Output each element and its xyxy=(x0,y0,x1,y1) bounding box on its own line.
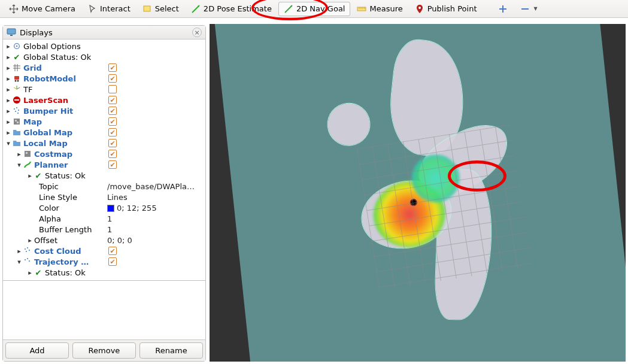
close-icon[interactable]: × xyxy=(192,28,202,37)
occupancy-map xyxy=(214,24,626,362)
checkbox[interactable] xyxy=(108,63,117,72)
chevron-down-icon: ▼ xyxy=(533,6,537,11)
arrow-green-icon xyxy=(284,4,293,14)
svg-rect-18 xyxy=(15,120,17,122)
main-toolbar: Move Camera Interact Select 2D Pose Esti… xyxy=(0,0,628,18)
measure-label: Measure xyxy=(369,4,402,13)
tree-item-globalmap[interactable]: ▸Global Map xyxy=(3,127,205,138)
panel-titlebar[interactable]: Displays × xyxy=(3,26,205,40)
map-icon xyxy=(13,117,21,126)
tree-item-robotmodel[interactable]: ▸RobotModel xyxy=(3,73,205,84)
tree-prop-alpha[interactable]: Alpha1 xyxy=(3,213,205,224)
tree-item-costmap[interactable]: ▸Costmap xyxy=(3,148,205,159)
tree-item-bumperhit[interactable]: ▸Bumper Hit xyxy=(3,105,205,116)
panel-button-bar: Add Remove Rename xyxy=(3,339,205,361)
axes-icon xyxy=(13,85,21,93)
checkbox[interactable] xyxy=(108,257,117,266)
svg-rect-7 xyxy=(14,76,19,80)
tree-item-global-status[interactable]: ▸✔Global Status: Ok xyxy=(3,51,205,62)
tree-item-trajectory-status[interactable]: ▸✔Status: Ok xyxy=(3,267,205,278)
publish-point-label: Publish Point xyxy=(427,4,477,13)
checkbox[interactable] xyxy=(108,160,117,169)
tree-item-localmap[interactable]: ▾Local Map xyxy=(3,138,205,148)
checkbox[interactable] xyxy=(108,128,117,136)
move-camera-tool[interactable]: Move Camera xyxy=(4,2,81,16)
tree-prop-bufferlength[interactable]: Buffer Length1 xyxy=(3,224,205,235)
tree-item-tf[interactable]: ▸TF xyxy=(3,84,205,95)
tree-item-costcloud[interactable]: ▸Cost Cloud xyxy=(3,245,205,256)
tree-item-planner-status[interactable]: ▸✔Status: Ok xyxy=(3,170,205,181)
map-icon xyxy=(23,150,32,158)
3d-render-view[interactable] xyxy=(210,24,626,362)
check-icon: ✔ xyxy=(33,268,44,277)
pose-estimate-tool[interactable]: 2D Pose Estimate xyxy=(186,2,277,16)
interact-tool[interactable]: Interact xyxy=(82,2,136,16)
checkbox[interactable] xyxy=(108,107,117,115)
robot-icon xyxy=(13,74,21,83)
svg-rect-4 xyxy=(10,35,13,36)
svg-point-14 xyxy=(18,110,19,111)
checkbox[interactable] xyxy=(108,247,117,255)
tree-item-laserscan[interactable]: ▸LaserScan xyxy=(3,95,205,105)
tree-prop-offset[interactable]: ▸Offset0; 0; 0 xyxy=(3,235,205,245)
svg-rect-21 xyxy=(26,152,28,154)
svg-rect-3 xyxy=(7,29,16,34)
display-tree[interactable]: ▸Global Options ▸✔Global Status: Ok ▸Gri… xyxy=(3,40,205,281)
checkbox[interactable] xyxy=(108,85,117,93)
svg-point-22 xyxy=(25,248,26,250)
svg-point-16 xyxy=(17,113,19,114)
monitor-icon xyxy=(7,28,16,37)
pointcloud-icon xyxy=(23,257,32,266)
pose-estimate-label: 2D Pose Estimate xyxy=(204,4,272,13)
tree-item-map[interactable]: ▸Map xyxy=(3,116,205,127)
tree-item-grid[interactable]: ▸Grid xyxy=(3,62,205,73)
select-tool[interactable]: Select xyxy=(137,2,184,16)
rename-button[interactable]: Rename xyxy=(139,342,203,359)
checkbox[interactable] xyxy=(108,150,117,158)
interact-label: Interact xyxy=(100,4,131,13)
tree-prop-linestyle[interactable]: Line StyleLines xyxy=(3,192,205,202)
svg-point-26 xyxy=(25,259,26,260)
check-icon: ✔ xyxy=(33,171,44,180)
checkbox[interactable] xyxy=(108,96,117,104)
cursor-icon xyxy=(87,4,97,14)
minus-icon xyxy=(521,4,530,14)
svg-point-8 xyxy=(15,80,17,82)
nav-goal-label: 2D Nav Goal xyxy=(296,4,345,13)
pointcloud-icon xyxy=(13,107,21,115)
svg-point-2 xyxy=(418,7,421,9)
folder-icon xyxy=(13,128,21,136)
svg-rect-0 xyxy=(144,6,150,11)
remove-button[interactable]: Remove xyxy=(72,342,136,359)
nav-goal-tool[interactable]: 2D Nav Goal xyxy=(278,2,351,16)
color-swatch xyxy=(107,205,114,212)
description-area xyxy=(3,281,205,339)
publish-point-tool[interactable]: Publish Point xyxy=(409,2,483,16)
svg-point-24 xyxy=(29,250,30,251)
move-camera-label: Move Camera xyxy=(22,4,75,13)
svg-point-12 xyxy=(14,108,15,110)
select-icon xyxy=(142,4,152,14)
svg-point-15 xyxy=(15,111,16,112)
tree-prop-topic[interactable]: Topic/move_base/DWAPla… xyxy=(3,181,205,192)
checkbox[interactable] xyxy=(108,139,117,147)
tree-prop-color[interactable]: Color0; 12; 255 xyxy=(3,202,205,213)
svg-point-27 xyxy=(27,258,28,259)
add-tool-button[interactable] xyxy=(495,2,511,16)
checkbox[interactable] xyxy=(108,117,117,126)
svg-point-25 xyxy=(26,251,27,252)
panel-title: Displays xyxy=(20,28,192,37)
marker-icon xyxy=(415,4,424,14)
add-button[interactable]: Add xyxy=(5,342,69,359)
measure-tool[interactable]: Measure xyxy=(351,2,408,16)
pointcloud-icon xyxy=(23,247,32,255)
tree-item-planner[interactable]: ▾Planner xyxy=(3,159,205,170)
stop-icon xyxy=(13,96,21,104)
checkbox[interactable] xyxy=(108,74,117,83)
tree-item-trajectory[interactable]: ▾Trajectory … xyxy=(3,256,205,267)
tree-item-global-options[interactable]: ▸Global Options xyxy=(3,41,205,51)
check-icon: ✔ xyxy=(11,53,22,62)
remove-tool-button[interactable]: ▼ xyxy=(518,2,540,16)
svg-point-13 xyxy=(16,107,17,108)
folder-icon xyxy=(13,139,21,147)
